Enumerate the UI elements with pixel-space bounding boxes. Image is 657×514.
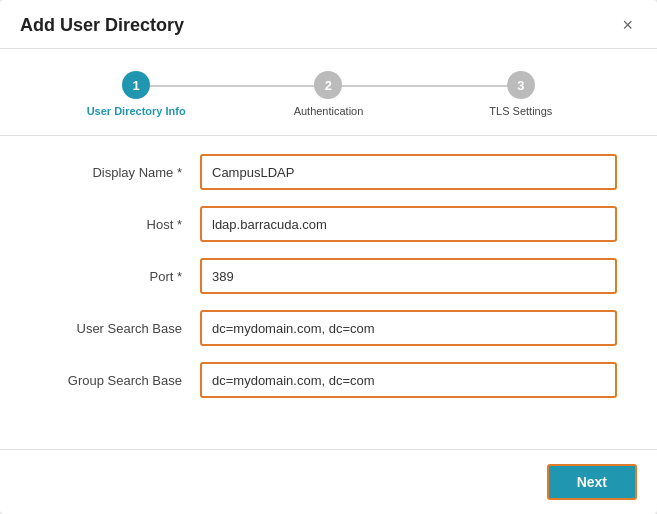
- label-group-search-base: Group Search Base: [40, 373, 200, 388]
- step-circle-3: 3: [507, 71, 535, 99]
- label-user-search-base: User Search Base: [40, 321, 200, 336]
- step-label-2: Authentication: [294, 105, 364, 117]
- input-port[interactable]: [200, 258, 617, 294]
- input-user-search-base[interactable]: [200, 310, 617, 346]
- next-button[interactable]: Next: [547, 464, 637, 500]
- label-host: Host *: [40, 217, 200, 232]
- input-display-name[interactable]: [200, 154, 617, 190]
- step-circle-1: 1: [122, 71, 150, 99]
- form-row-group-search-base: Group Search Base: [40, 362, 617, 398]
- label-port: Port *: [40, 269, 200, 284]
- form-row-port: Port *: [40, 258, 617, 294]
- form-body: Display Name * Host * Port * User Search…: [0, 136, 657, 449]
- step-circle-2: 2: [314, 71, 342, 99]
- form-row-host: Host *: [40, 206, 617, 242]
- dialog-title: Add User Directory: [20, 15, 184, 36]
- form-row-display-name: Display Name *: [40, 154, 617, 190]
- label-display-name: Display Name *: [40, 165, 200, 180]
- stepper-step-1: 1 User Directory Info: [40, 71, 232, 117]
- input-host[interactable]: [200, 206, 617, 242]
- dialog-header: Add User Directory ×: [0, 0, 657, 49]
- stepper-step-3: 3 TLS Settings: [425, 71, 617, 117]
- add-user-directory-dialog: Add User Directory × 1 User Directory In…: [0, 0, 657, 514]
- stepper-step-2: 2 Authentication: [232, 71, 424, 117]
- step-label-3: TLS Settings: [489, 105, 552, 117]
- form-row-user-search-base: User Search Base: [40, 310, 617, 346]
- step-label-1: User Directory Info: [87, 105, 186, 117]
- dialog-footer: Next: [0, 449, 657, 514]
- stepper: 1 User Directory Info 2 Authentication 3…: [0, 49, 657, 136]
- close-button[interactable]: ×: [618, 14, 637, 36]
- input-group-search-base[interactable]: [200, 362, 617, 398]
